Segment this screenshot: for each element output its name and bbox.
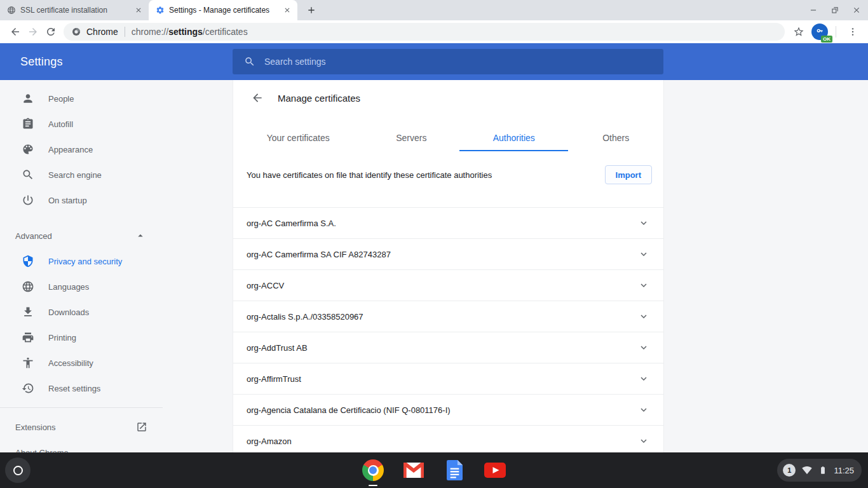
- certificate-name: org-Amazon: [247, 437, 292, 446]
- sidebar-item-privacy-security[interactable]: Privacy and security: [0, 248, 163, 274]
- globe-favicon-icon: [6, 5, 17, 15]
- chevron-down-icon[interactable]: [638, 342, 649, 353]
- sidebar-item-about-chrome[interactable]: About Chrome: [0, 440, 163, 452]
- close-window-icon[interactable]: [851, 5, 862, 15]
- card-title: Manage certificates: [278, 93, 360, 104]
- back-icon[interactable]: [6, 23, 24, 41]
- sidebar-item-extensions[interactable]: Extensions: [0, 414, 163, 440]
- chevron-down-icon[interactable]: [638, 217, 649, 229]
- browser-toolbar: Chrome chrome://settings/certificates OK: [0, 20, 868, 43]
- youtube-icon: [484, 463, 506, 478]
- certificate-row[interactable]: org-Amazon: [233, 425, 663, 452]
- sidebar-item-label: About Chrome: [15, 448, 69, 453]
- printer-icon: [22, 331, 34, 344]
- browser-menu-icon[interactable]: [844, 23, 862, 41]
- shelf-app-chrome[interactable]: [362, 459, 384, 481]
- reload-icon[interactable]: [42, 23, 60, 41]
- download-icon: [22, 306, 34, 318]
- collapse-caret-icon: [135, 230, 146, 241]
- sidebar-advanced-toggle[interactable]: Advanced: [0, 223, 163, 248]
- certificate-row[interactable]: org-AffirmTrust: [233, 363, 663, 394]
- certificate-name: org-Actalis S.p.A./03358520967: [247, 312, 363, 322]
- manage-certificates-card: Manage certificates Your certificates Se…: [233, 80, 664, 452]
- sidebar-item-reset-settings[interactable]: Reset settings: [0, 376, 163, 401]
- import-button[interactable]: Import: [605, 165, 652, 184]
- launcher-ring-icon: [13, 466, 23, 475]
- certificate-name: org-ACCV: [247, 281, 284, 290]
- gmail-icon: [403, 463, 424, 478]
- active-app-indicator: [369, 485, 377, 487]
- shelf-app-youtube[interactable]: [484, 459, 506, 481]
- sidebar-item-label: Privacy and security: [48, 257, 122, 266]
- palette-icon: [22, 143, 34, 156]
- tab-servers[interactable]: Servers: [363, 125, 459, 151]
- minimize-icon[interactable]: [808, 5, 818, 15]
- tab-title: SSL certificate installation: [20, 6, 130, 15]
- sidebar-item-downloads[interactable]: Downloads: [0, 299, 163, 325]
- certificate-row[interactable]: org-Agencia Catalana de Certificacio (NI…: [233, 394, 663, 425]
- close-tab-icon[interactable]: [282, 5, 292, 15]
- settings-header: Settings: [0, 43, 868, 80]
- restore-window-icon[interactable]: [830, 5, 840, 15]
- sidebar-item-search-engine[interactable]: Search engine: [0, 162, 163, 187]
- sidebar-item-label: Search engine: [48, 170, 102, 180]
- sidebar-item-languages[interactable]: Languages: [0, 274, 163, 299]
- clock: 11:25: [834, 466, 854, 475]
- chevron-down-icon[interactable]: [638, 311, 649, 322]
- sidebar-item-label: People: [48, 94, 74, 104]
- status-tray[interactable]: 1 11:25: [777, 459, 862, 482]
- wifi-icon: [802, 465, 812, 475]
- docs-icon: [447, 460, 463, 480]
- back-arrow-icon[interactable]: [251, 92, 264, 104]
- certificate-name: org-Agencia Catalana de Certificacio (NI…: [247, 405, 451, 415]
- browser-tab-strip: SSL certificate installation Settings - …: [0, 0, 868, 20]
- browser-tab-settings[interactable]: Settings - Manage certificates: [149, 0, 297, 20]
- chevron-down-icon[interactable]: [638, 248, 649, 260]
- certificate-list: org-AC Camerfirma S.A. org-AC Camerfirma…: [233, 207, 663, 452]
- settings-search-box[interactable]: [233, 49, 663, 74]
- certificate-row[interactable]: org-ACCV: [233, 269, 663, 301]
- sidebar-item-on-startup[interactable]: On startup: [0, 187, 163, 213]
- certificate-row[interactable]: org-Actalis S.p.A./03358520967: [233, 301, 663, 332]
- sidebar-item-printing[interactable]: Printing: [0, 325, 163, 350]
- certificate-row[interactable]: org-AC Camerfirma S.A.: [233, 207, 663, 238]
- profile-status-badge: OK: [821, 36, 832, 43]
- tab-authorities[interactable]: Authorities: [459, 125, 568, 151]
- chevron-down-icon[interactable]: [638, 435, 649, 447]
- certificate-row[interactable]: org-AddTrust AB: [233, 332, 663, 363]
- launcher-button[interactable]: [5, 458, 31, 483]
- tab-your-certificates[interactable]: Your certificates: [233, 125, 363, 151]
- close-tab-icon[interactable]: [133, 5, 144, 15]
- tab-title: Settings - Manage certificates: [169, 6, 278, 15]
- chromeos-screen: SSL certificate installation Settings - …: [0, 0, 868, 488]
- advanced-label: Advanced: [15, 231, 52, 241]
- sidebar-item-label: Accessibility: [48, 358, 93, 368]
- sidebar-item-accessibility[interactable]: Accessibility: [0, 350, 163, 376]
- bookmark-star-icon[interactable]: [790, 23, 808, 41]
- browser-tab-ssl[interactable]: SSL certificate installation: [0, 0, 149, 20]
- shelf-app-gmail[interactable]: [403, 459, 424, 481]
- shelf-apps: [362, 452, 506, 488]
- chevron-down-icon[interactable]: [638, 404, 649, 416]
- profile-avatar[interactable]: OK: [811, 24, 828, 40]
- new-tab-button[interactable]: [302, 1, 320, 19]
- tab-others[interactable]: Others: [568, 125, 663, 151]
- certificate-row[interactable]: org-AC Camerfirma SA CIF A82743287: [233, 238, 663, 269]
- chevron-down-icon[interactable]: [638, 280, 649, 291]
- certificate-name: org-AddTrust AB: [247, 343, 308, 353]
- page-title: Settings: [20, 55, 63, 69]
- accessibility-icon: [22, 356, 34, 369]
- sidebar-item-appearance[interactable]: Appearance: [0, 137, 163, 162]
- page-info-icon[interactable]: [71, 27, 81, 37]
- sidebar-item-label: Appearance: [48, 145, 93, 154]
- forward-icon[interactable]: [24, 23, 42, 41]
- chevron-down-icon[interactable]: [638, 373, 649, 384]
- address-bar[interactable]: Chrome chrome://settings/certificates: [64, 23, 785, 41]
- window-controls: [808, 0, 862, 20]
- sidebar-item-autofill[interactable]: Autofill: [0, 111, 163, 137]
- toolbar-separator: [836, 26, 836, 37]
- shelf-app-docs[interactable]: [444, 459, 465, 481]
- certificate-name: org-AffirmTrust: [247, 374, 301, 384]
- search-input[interactable]: [264, 57, 620, 67]
- sidebar-item-people[interactable]: People: [0, 86, 163, 111]
